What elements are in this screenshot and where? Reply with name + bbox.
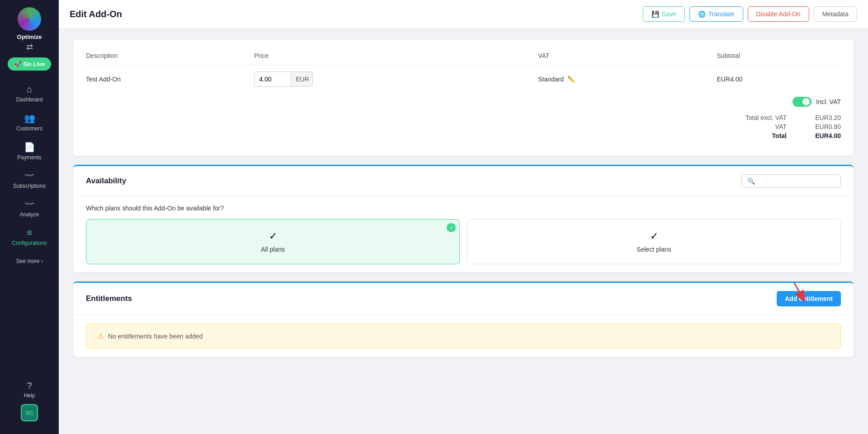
row-price: EUR: [254, 65, 538, 94]
total-value: EUR4.00: [805, 132, 841, 139]
price-field[interactable]: [255, 72, 291, 86]
sidebar: Optimize ⇄ 🚀 Go Live ⌂ Dashboard 👥 Custo…: [0, 0, 59, 434]
availability-search-input[interactable]: [759, 178, 835, 185]
add-entitlement-button[interactable]: Add entitlement: [777, 291, 841, 306]
check-icon: ✓: [269, 230, 277, 242]
vat-value: EUR0.80: [805, 123, 841, 130]
header-actions: 💾 Save 🌐 Translate Disable Add-On Metada…: [643, 6, 857, 22]
select-plans-option[interactable]: ✓ Select plans: [467, 219, 841, 264]
entitlements-title: Entitlements: [86, 294, 132, 303]
vat-label: VAT: [775, 123, 787, 130]
chevron-right-icon: ›: [41, 258, 43, 264]
search-icon: 🔍: [747, 177, 755, 185]
subscriptions-icon: 〰: [25, 171, 34, 181]
switch-icon[interactable]: ⇄: [26, 42, 33, 52]
totals-section: Total excl. VAT EUR3.20 VAT EUR0.80 Tota…: [86, 110, 841, 147]
see-more-button[interactable]: See more ›: [12, 254, 46, 268]
availability-title: Availability: [86, 176, 126, 186]
metadata-button[interactable]: Metadata: [814, 6, 857, 22]
dashboard-icon: ⌂: [27, 84, 32, 95]
page-header: Edit Add-On 💾 Save 🌐 Translate Disable A…: [59, 0, 868, 29]
rocket-icon: 🚀: [14, 61, 21, 67]
col-subtotal: Subtotal: [717, 48, 841, 65]
total-excl-vat-row: Total excl. VAT EUR3.20: [86, 114, 841, 121]
currency-label: EUR: [291, 72, 313, 86]
go-live-button[interactable]: 🚀 Go Live: [8, 57, 52, 71]
translate-button[interactable]: 🌐 Translate: [689, 6, 743, 22]
sidebar-item-customers[interactable]: 👥 Customers: [0, 108, 59, 136]
availability-header: Availability 🔍: [73, 166, 854, 196]
sidebar-item-analyze[interactable]: 〰 Analyze: [0, 195, 59, 222]
user-avatar[interactable]: SC: [21, 404, 38, 421]
total-excl-value: EUR3.20: [805, 114, 841, 121]
plan-options: ✓ ✓ All plans ✓ Select plans: [86, 219, 841, 264]
page-content: Description Price VAT Subtotal Test Add-…: [59, 29, 868, 434]
total-excl-label: Total excl. VAT: [745, 114, 787, 121]
incl-vat-label: Incl. VAT: [816, 98, 841, 105]
pricing-card: Description Price VAT Subtotal Test Add-…: [73, 39, 854, 156]
entitlements-card: Entitlements Add entitlement ⚠ No entitl…: [73, 281, 854, 357]
col-price: Price: [254, 48, 538, 65]
all-plans-option[interactable]: ✓ ✓ All plans: [86, 219, 460, 264]
entitlements-header: Entitlements Add entitlement: [73, 283, 854, 315]
translate-icon: 🌐: [698, 10, 706, 18]
pricing-table: Description Price VAT Subtotal Test Add-…: [86, 48, 841, 93]
sidebar-nav: ⌂ Dashboard 👥 Customers 📄 Payments 〰 Sub…: [0, 80, 59, 251]
warning-icon: ⚠: [97, 332, 104, 340]
help-button[interactable]: ? Help: [24, 381, 35, 399]
vat-badge: Standard ✏️: [538, 76, 717, 83]
all-plans-label: All plans: [261, 246, 285, 253]
incl-vat-row: Incl. VAT: [86, 93, 841, 110]
configurations-icon: ≡: [27, 228, 32, 238]
total-label: Total: [772, 132, 787, 139]
row-subtotal: EUR4.00: [717, 65, 841, 94]
col-vat: VAT: [538, 48, 717, 65]
vat-row: VAT EUR0.80: [86, 123, 841, 130]
app-logo: [18, 7, 41, 31]
sidebar-item-subscriptions[interactable]: 〰 Subscriptions: [0, 166, 59, 194]
main-content: Edit Add-On 💾 Save 🌐 Translate Disable A…: [59, 0, 868, 434]
sidebar-bottom: ? Help SC: [21, 381, 38, 427]
sidebar-item-dashboard[interactable]: ⌂ Dashboard: [0, 80, 59, 107]
select-plans-label: Select plans: [637, 246, 671, 253]
sidebar-item-payments[interactable]: 📄 Payments: [0, 137, 59, 165]
plans-question: Which plans should this Add-On be availa…: [86, 205, 841, 212]
price-input-wrap[interactable]: EUR: [254, 72, 313, 87]
availability-card: Availability 🔍 Which plans should this A…: [73, 165, 854, 272]
row-description: Test Add-On: [86, 65, 254, 94]
selected-badge: ✓: [447, 223, 456, 232]
total-row: Total EUR4.00: [86, 132, 841, 139]
entitlements-body: ⚠ No entitlements have been added: [73, 323, 854, 349]
help-icon: ?: [27, 381, 32, 391]
row-vat: Standard ✏️: [538, 65, 717, 94]
incl-vat-toggle[interactable]: [793, 97, 811, 107]
payments-icon: 📄: [24, 142, 35, 153]
disable-addon-button[interactable]: Disable Add-On: [748, 6, 809, 22]
check-icon-2: ✓: [650, 230, 658, 242]
customers-icon: 👥: [24, 113, 35, 124]
no-entitlements-message: ⚠ No entitlements have been added: [86, 323, 841, 349]
page-title: Edit Add-On: [70, 9, 122, 19]
pricing-section: Description Price VAT Subtotal Test Add-…: [73, 39, 854, 156]
pricing-row: Test Add-On EUR Standard ✏️: [86, 65, 841, 94]
vat-edit-icon[interactable]: ✏️: [567, 76, 575, 83]
col-description: Description: [86, 48, 254, 65]
availability-body: Which plans should this Add-On be availa…: [73, 196, 854, 272]
availability-search-wrap[interactable]: 🔍: [741, 174, 841, 188]
app-brand: Optimize: [17, 33, 42, 40]
save-icon: 💾: [651, 10, 659, 18]
sidebar-item-configurations[interactable]: ≡ Configurations: [0, 223, 59, 251]
save-button[interactable]: 💾 Save: [643, 6, 685, 22]
analyze-icon: 〰: [25, 199, 34, 210]
